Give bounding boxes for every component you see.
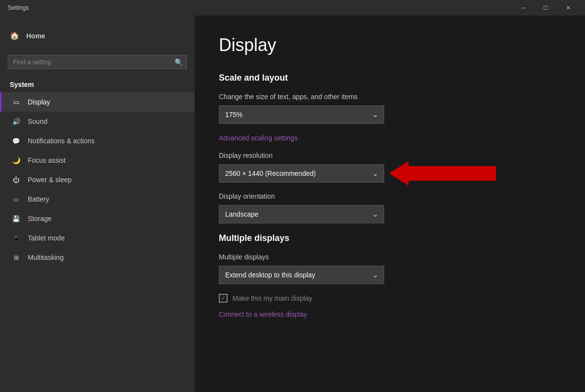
home-label: Home: [26, 32, 45, 40]
orientation-wrapper: Display orientation Landscape Portrait L…: [219, 192, 561, 223]
notifications-icon: 💬: [11, 137, 21, 145]
multiple-displays-label: Multiple displays: [219, 253, 561, 261]
app-body: 🏠 Home 🔍 System ▭ Display 🔊 Sound 💬 Noti…: [0, 16, 585, 392]
search-box: 🔍: [8, 55, 187, 69]
sidebar-item-label-storage: Storage: [28, 215, 52, 222]
resolution-select-wrapper: 1920 × 1080 2560 × 1440 (Recommended) 38…: [219, 164, 384, 183]
sidebar-item-label-multitasking: Multitasking: [28, 254, 64, 261]
display-icon: ▭: [11, 98, 21, 106]
svg-marker-0: [389, 161, 496, 186]
sidebar-item-display[interactable]: ▭ Display: [0, 92, 195, 112]
sidebar-item-home[interactable]: 🏠 Home: [10, 25, 185, 46]
battery-icon: ▭: [11, 196, 21, 203]
sidebar-item-power[interactable]: ⏻ Power & sleep: [0, 170, 195, 189]
title-bar: Settings ─ ☐ ✕: [0, 0, 585, 16]
sidebar-item-label-notifications: Notifications & actions: [28, 137, 95, 145]
minimize-button[interactable]: ─: [512, 0, 534, 16]
connect-wireless-link[interactable]: Connect to a wireless display: [219, 310, 307, 318]
red-arrow-annotation: [389, 161, 496, 186]
main-display-checkbox[interactable]: ✓: [219, 294, 228, 303]
orientation-label: Display orientation: [219, 192, 561, 200]
multiple-displays-section: Multiple displays Multiple displays Exte…: [219, 233, 561, 319]
sidebar-item-label-focus: Focus assist: [28, 156, 66, 164]
resolution-row: 1920 × 1080 2560 × 1440 (Recommended) 38…: [219, 164, 561, 183]
search-input[interactable]: [8, 55, 187, 69]
change-text-label: Change the size of text, apps, and other…: [219, 93, 561, 101]
main-display-label: Make this my main display: [232, 294, 312, 302]
multitasking-icon: ⊞: [11, 254, 21, 261]
search-icon: 🔍: [175, 58, 183, 66]
sidebar-item-tablet[interactable]: 📱 Tablet mode: [0, 228, 195, 248]
window-controls: ─ ☐ ✕: [512, 0, 579, 16]
multiple-displays-select[interactable]: Extend desktop to this display Duplicate…: [219, 266, 384, 284]
sidebar-item-battery[interactable]: ▭ Battery: [0, 189, 195, 209]
scale-select-wrapper: 100% 125% 150% 175% 200%: [219, 105, 384, 124]
orientation-select[interactable]: Landscape Portrait Landscape (flipped) P…: [219, 205, 384, 223]
storage-icon: 💾: [11, 215, 21, 222]
resolution-label: Display resolution: [219, 152, 561, 159]
home-icon: 🏠: [10, 31, 19, 40]
sidebar-item-label-sound: Sound: [28, 118, 47, 125]
scale-select[interactable]: 100% 125% 150% 175% 200%: [219, 105, 384, 124]
sidebar-item-multitasking[interactable]: ⊞ Multitasking: [0, 248, 195, 267]
sound-icon: 🔊: [11, 118, 21, 125]
close-button[interactable]: ✕: [557, 0, 579, 16]
tablet-icon: 📱: [11, 235, 21, 242]
focus-icon: 🌙: [11, 156, 21, 164]
checkbox-check-icon: ✓: [221, 295, 226, 302]
power-icon: ⏻: [11, 176, 21, 184]
multiple-displays-title: Multiple displays: [219, 233, 561, 243]
sidebar-item-notifications[interactable]: 💬 Notifications & actions: [0, 131, 195, 151]
scale-layout-title: Scale and layout: [219, 73, 561, 83]
multiple-displays-select-wrapper: Extend desktop to this display Duplicate…: [219, 266, 384, 284]
main-content: Display Scale and layout Change the size…: [195, 16, 585, 392]
sidebar-item-label-battery: Battery: [28, 195, 49, 203]
sidebar-item-label-tablet: Tablet mode: [28, 234, 65, 242]
advanced-scaling-link[interactable]: Advanced scaling settings: [219, 134, 298, 142]
sidebar-item-label-power: Power & sleep: [28, 176, 71, 184]
maximize-button[interactable]: ☐: [534, 0, 557, 16]
sidebar-item-sound[interactable]: 🔊 Sound: [0, 112, 195, 131]
app-title: Settings: [8, 4, 29, 11]
resolution-select[interactable]: 1920 × 1080 2560 × 1440 (Recommended) 38…: [219, 164, 384, 183]
sidebar-item-label-display: Display: [28, 98, 50, 106]
sidebar-item-focus[interactable]: 🌙 Focus assist: [0, 151, 195, 170]
sidebar-header: 🏠 Home: [0, 16, 195, 51]
page-title: Display: [219, 35, 561, 55]
sidebar: 🏠 Home 🔍 System ▭ Display 🔊 Sound 💬 Noti…: [0, 16, 195, 392]
scale-layout-section: Scale and layout Change the size of text…: [219, 73, 561, 223]
system-label: System: [0, 77, 195, 92]
sidebar-item-storage[interactable]: 💾 Storage: [0, 209, 195, 228]
main-display-row: ✓ Make this my main display: [219, 294, 561, 303]
orientation-select-wrapper: Landscape Portrait Landscape (flipped) P…: [219, 205, 384, 223]
